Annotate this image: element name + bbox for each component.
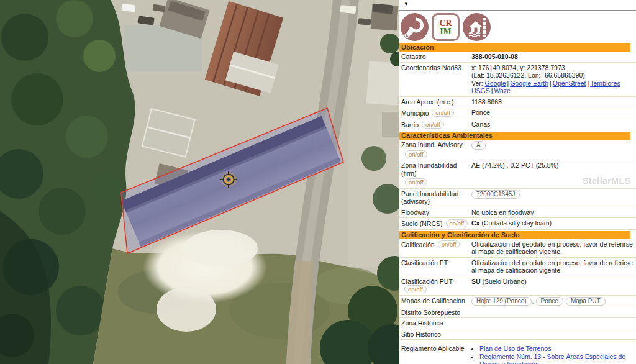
row-distrito: Distrito Sobrepuesto (399, 307, 636, 319)
mapa-put-button[interactable]: Mapa PUT (566, 297, 606, 306)
clasificacion-put-onoff-toggle[interactable]: on/off (404, 285, 427, 293)
municipio-value: Ponce (471, 109, 635, 117)
ponce-map-button[interactable]: Ponce (536, 297, 563, 306)
suelo-onoff-toggle[interactable]: on/off (446, 219, 468, 227)
link-google-earth[interactable]: Google Earth (510, 80, 548, 87)
section-header-ambientales: Características Ambientales (399, 132, 630, 140)
reglamento-links: Plan de Uso de Terrenos Reglamento Núm. … (471, 345, 635, 364)
field-label: Barrio (401, 121, 419, 129)
crim-logo-bottom-text: IM (440, 27, 452, 35)
field-label: Suelo (NRCS) (401, 220, 443, 227)
floodway-value: No ubica en floodway (471, 209, 635, 217)
field-label: Catastro (401, 53, 471, 61)
row-municipio: Municipioon/off Ponce (399, 107, 636, 119)
collapse-caret-icon[interactable]: ▼ (404, 1, 409, 9)
field-label: Clasificación PT (401, 259, 471, 275)
zona-advisory-value-chip[interactable]: A (471, 141, 486, 150)
sitio-historico-value (471, 330, 635, 339)
field-label: Zona Histórica (401, 319, 471, 327)
row-calificacion: Calificaciónon/off Oficializacion del ge… (399, 239, 636, 258)
section-header-calificacion: Calificación y Clasificación de Suelo (399, 231, 630, 239)
link-google[interactable]: Google (485, 80, 506, 87)
planning-board-logo-icon[interactable] (401, 13, 429, 41)
row-coordenadas: Coordenadas Nad83 x: 176140.8074, y: 221… (399, 63, 636, 97)
zona-firm-onoff-toggle[interactable]: on/off (405, 178, 427, 186)
logo-row: CR IM (399, 11, 636, 42)
panel-toolbar: ▼ (399, 0, 636, 11)
field-label: Panel Inundabilidad (advisory) (401, 190, 471, 206)
barrio-onoff-toggle[interactable]: on/off (422, 121, 444, 129)
row-catastro: Catastro 388-005-010-08 (399, 52, 636, 63)
link-openstreet[interactable]: OpenStreet (553, 80, 586, 87)
field-label: Sitio Histórico (401, 330, 471, 339)
row-zona-historica: Zona Histórica (399, 318, 636, 329)
row-panel-inund: Panel Inundabilidad (advisory) 72000C164… (399, 189, 636, 207)
row-clasificacion-put: Clasificación PUTon/off SU (Suelo Urbano… (399, 276, 636, 296)
row-zona-firm: Zona Inundabilidad (firm) on/off AE (74.… (399, 160, 636, 189)
zona-historica-value (471, 319, 635, 327)
clasificacion-put-value: SU (Suelo Urbano) (471, 278, 635, 294)
zona-firm-value: AE (74.2%) , 0.2 PCT (25.8%) (471, 162, 635, 187)
field-label: Zona Inund. Advisory (401, 141, 470, 149)
distrito-value (471, 309, 635, 317)
link-waze[interactable]: Waze (494, 87, 511, 94)
link-plan-uso-terrenos[interactable]: Plan de Uso de Terrenos (479, 345, 551, 352)
field-label: Reglamento Aplicable (401, 345, 471, 364)
zona-advisory-onoff-toggle[interactable]: on/off (405, 150, 427, 158)
row-barrio: Barrioon/off Canas (399, 119, 636, 131)
calificacion-onoff-toggle[interactable]: on/off (438, 240, 460, 248)
external-map-links: Ver: Google|Google Earth|OpenStreet|Temb… (471, 80, 635, 95)
field-label: Distrito Sobrepuesto (401, 309, 471, 317)
area-value: 1188.8663 (471, 98, 635, 106)
crim-logo-icon[interactable]: CR IM (432, 13, 460, 41)
link-reglamento-13[interactable]: Reglamento Núm. 13 - Sobre Áreas Especia… (479, 353, 625, 364)
field-label: Floodway (401, 209, 471, 217)
hoja-map-button[interactable]: Hoja: 129 (Ponce) (471, 297, 532, 306)
field-label: Municipio (401, 109, 429, 117)
ver-label: Ver: (471, 80, 483, 87)
clasificacion-pt-value: Oficializacion del geodato en proceso, f… (471, 259, 635, 275)
row-suelo: Suelo (NRCS)on/off Cx (Cortada silty cla… (399, 218, 636, 230)
crim-logo-top-text: CR (439, 19, 452, 27)
barrio-value: Canas (471, 121, 635, 129)
coords-latlon: (Lat: 18.02636122, Lon: -66.65865390) (471, 71, 635, 80)
coords-xy: x: 176140.8074, y: 221378.7973 (471, 64, 635, 72)
row-floodway: Floodway No ubica en floodway (399, 207, 636, 219)
municipio-onoff-toggle[interactable]: on/off (432, 109, 454, 117)
row-sitio-historico: Sitio Histórico (399, 329, 636, 340)
mapas-buttons: Hoja: 129 (Ponce),PonceMapa PUT (471, 297, 635, 306)
suelo-value: Cx (Cortada silty clay loam) (471, 219, 635, 228)
field-label: Calificación (401, 241, 435, 248)
field-label: Zona Inundabilidad (firm) (401, 162, 470, 177)
flood-panel-chip[interactable]: 72000C1645J (471, 190, 520, 199)
field-label: Mapas de Calificación (401, 297, 471, 306)
field-label: Area Aprox. (m.c.) (401, 98, 471, 106)
parcel-info-panel: ▼ CR IM (399, 0, 636, 364)
row-area: Area Aprox. (m.c.) 1188.8663 (399, 97, 636, 108)
flood-zone-logo-icon[interactable] (463, 13, 491, 41)
section-header-ubicacion: Ubicación (399, 43, 630, 52)
catastro-value: 388-005-010-08 (471, 53, 635, 61)
row-clasificacion-pt: Clasificación PT Oficializacion del geod… (399, 258, 636, 276)
row-mapas: Mapas de Calificación Hoja: 129 (Ponce),… (399, 296, 636, 307)
aerial-map-canvas[interactable] (0, 0, 399, 364)
gis-parcel-viewer: ▼ CR IM (0, 0, 636, 364)
field-label: Clasificación PUT (401, 278, 453, 285)
row-zona-advisory: Zona Inund. Advisory on/off A (399, 140, 636, 160)
calificacion-value: Oficializacion del geodato en proceso, f… (471, 240, 635, 256)
aerial-imagery (0, 0, 399, 364)
row-reglamento: Reglamento Aplicable Plan de Uso de Terr… (399, 340, 636, 364)
field-label: Coordenadas Nad83 (401, 64, 471, 95)
